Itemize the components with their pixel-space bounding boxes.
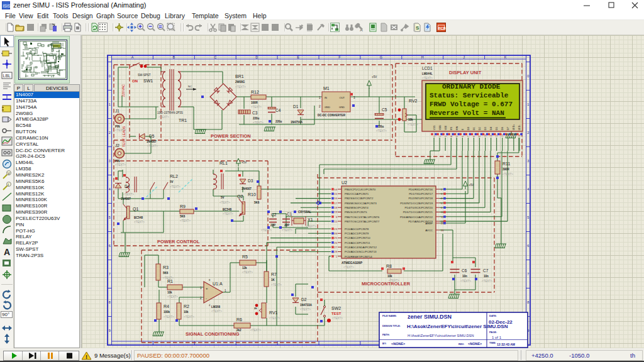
- svg-text:<TEXT>: <TEXT>: [282, 229, 292, 232]
- svg-text:J1: J1: [115, 109, 119, 113]
- svg-text:ORDINARY DIODE: ORDINARY DIODE: [442, 83, 501, 90]
- svg-text:D1: D1: [293, 104, 299, 109]
- svg-text:<TEXT>: <TEXT>: [223, 212, 233, 216]
- svg-text:PC6/RESET/PCINT14: PC6/RESET/PCINT14: [345, 255, 372, 258]
- svg-text:25: 25: [334, 236, 337, 239]
- svg-text:1: 1: [527, 102, 529, 106]
- svg-text:1 of 1: 1 of 1: [492, 336, 502, 339]
- svg-text:8: 8: [527, 300, 529, 304]
- svg-text:AREF: AREF: [425, 222, 433, 225]
- svg-text:<TEXT>: <TEXT>: [269, 317, 280, 320]
- svg-text:17: 17: [334, 202, 337, 205]
- svg-text:R10: R10: [248, 192, 256, 197]
- svg-text:PIN: PIN: [115, 125, 120, 128]
- svg-text:M1: M1: [323, 86, 330, 90]
- svg-text:DESIGN TITLE:: DESIGN TITLE:: [382, 324, 401, 327]
- svg-text:Status: Serviceable: Status: Serviceable: [430, 92, 509, 99]
- svg-text:PB4/MISO/PCINT4: PB4/MISO/PCINT4: [345, 206, 369, 209]
- svg-text:10n: 10n: [462, 275, 467, 278]
- svg-text:VEE: VEE: [445, 125, 447, 130]
- svg-text:B: B: [173, 55, 175, 59]
- svg-text:<TEXT>: <TEXT>: [164, 315, 174, 319]
- svg-text:D7: D7: [507, 127, 509, 130]
- svg-text:RV2: RV2: [409, 99, 418, 103]
- svg-text:GND: GND: [325, 106, 330, 109]
- svg-text:PD0/RXD/PCINT16: PD0/RXD/PCINT16: [409, 188, 433, 191]
- svg-text:TIME:: TIME:: [489, 341, 496, 344]
- svg-text:MICROCONTROLLER: MICROCONTROLLER: [362, 281, 411, 287]
- svg-text:PC4/ADC4/SDA/PCINT12: PC4/ADC4/SDA/PCINT12: [345, 246, 377, 249]
- svg-text:SW1: SW1: [143, 79, 153, 83]
- svg-text:3: 3: [445, 136, 447, 137]
- svg-text:12:32:43 AM: 12:32:43 AM: [497, 343, 515, 346]
- svg-text:D5: D5: [496, 127, 498, 130]
- svg-text:R3: R3: [163, 265, 169, 270]
- svg-text:220VAC: 220VAC: [121, 84, 125, 97]
- svg-text:+5V: +5V: [372, 75, 377, 79]
- svg-text:DC-DC CONVERTER: DC-DC CONVERTER: [318, 114, 346, 117]
- svg-text:<TEXT>: <TEXT>: [376, 129, 387, 133]
- svg-text:+5V: +5V: [469, 184, 474, 187]
- svg-text:2W08G: 2W08G: [235, 80, 245, 84]
- svg-text:K: K: [504, 55, 507, 59]
- svg-text:C5: C5: [382, 107, 387, 112]
- svg-text:FILE NAME:: FILE NAME:: [382, 314, 397, 317]
- svg-text:PB3/MOSI/OC2A/PCINT3: PB3/MOSI/OC2A/PCINT3: [345, 202, 377, 205]
- svg-text:7: 7: [527, 272, 529, 276]
- svg-text:<TEXT>: <TEXT>: [389, 279, 399, 282]
- svg-text:8: 8: [209, 278, 211, 282]
- svg-text:PD5/T1/OC0B/PCINT21: PD5/T1/OC0B/PCINT21: [403, 211, 433, 214]
- svg-text:D: D: [255, 55, 258, 59]
- svg-text:-: -: [206, 297, 207, 300]
- svg-text:H:\Asok\ZenerEFY\circuit\zener: H:\Asok\ZenerEFY\circuit\zener SIMU.DSN: [408, 334, 474, 337]
- svg-text:H: H: [421, 55, 424, 59]
- svg-text:20: 20: [441, 229, 444, 232]
- svg-text:PB2/SS/OC1B/PCINT2: PB2/SS/OC1B/PCINT2: [345, 197, 374, 200]
- svg-text:PD3/INT1/OC2B/PCINT19: PD3/INT1/OC2B/PCINT19: [400, 202, 433, 205]
- svg-text:C7: C7: [483, 268, 489, 273]
- svg-text:PC2/ADC2/PCINT10: PC2/ADC2/PCINT10: [345, 236, 370, 239]
- svg-text:D2: D2: [479, 127, 481, 130]
- svg-text:R6: R6: [236, 317, 242, 322]
- svg-text:C1: C1: [287, 212, 292, 216]
- svg-text:FRWD Voltage = 0.677: FRWD Voltage = 0.677: [430, 101, 513, 108]
- svg-text:<TEXT>: <TEXT>: [408, 123, 418, 126]
- svg-text:D3: D3: [248, 178, 253, 183]
- svg-text:<NONE>: <NONE>: [391, 342, 405, 346]
- svg-text:2: 2: [527, 131, 529, 134]
- svg-text:V: V: [8, 172, 10, 175]
- svg-text:VSS: VSS: [433, 125, 436, 130]
- svg-text:<TEXT>: <TEXT>: [306, 225, 316, 228]
- svg-text:PB5/SCK/PCINT5: PB5/SCK/PCINT5: [345, 211, 367, 214]
- svg-text:5K6: 5K6: [163, 272, 169, 275]
- svg-text:4: 4: [450, 136, 453, 137]
- svg-text:AVCC: AVCC: [425, 229, 433, 232]
- svg-text:LED-: LED-: [518, 124, 521, 130]
- svg-text:POWER SECTION: POWER SECTION: [211, 133, 251, 139]
- svg-text:RW: RW: [456, 126, 458, 130]
- svg-text:PD2/INT0/PCINT18: PD2/INT0/PCINT18: [408, 197, 433, 200]
- svg-text:E: E: [297, 55, 299, 59]
- svg-text:D4: D4: [490, 127, 492, 130]
- svg-text:7: 7: [109, 272, 111, 276]
- svg-text:G: G: [380, 55, 382, 59]
- svg-text:IN: IN: [325, 96, 327, 99]
- svg-text:RV1: RV1: [269, 310, 278, 315]
- svg-text:SW2: SW2: [331, 306, 341, 310]
- svg-text:GND: GND: [339, 106, 345, 109]
- svg-text:CRYSTAL: CRYSTAL: [298, 211, 311, 214]
- svg-text:U2: U2: [341, 180, 347, 185]
- svg-text:14: 14: [334, 188, 337, 191]
- svg-text:DATE:: DATE:: [489, 314, 497, 317]
- svg-text:5K6: 5K6: [254, 201, 260, 204]
- svg-text:R4: R4: [164, 304, 169, 309]
- svg-text:10n: 10n: [484, 275, 489, 278]
- svg-text:10k: 10k: [387, 275, 392, 278]
- svg-text:5: 5: [527, 216, 529, 219]
- svg-text:C2: C2: [271, 212, 277, 217]
- svg-text:NC: NC: [188, 85, 192, 88]
- svg-text:RL2: RL2: [170, 174, 178, 178]
- svg-text:D5: D5: [149, 134, 155, 138]
- svg-text:J: J: [463, 55, 465, 59]
- svg-text:2: 2: [109, 131, 111, 134]
